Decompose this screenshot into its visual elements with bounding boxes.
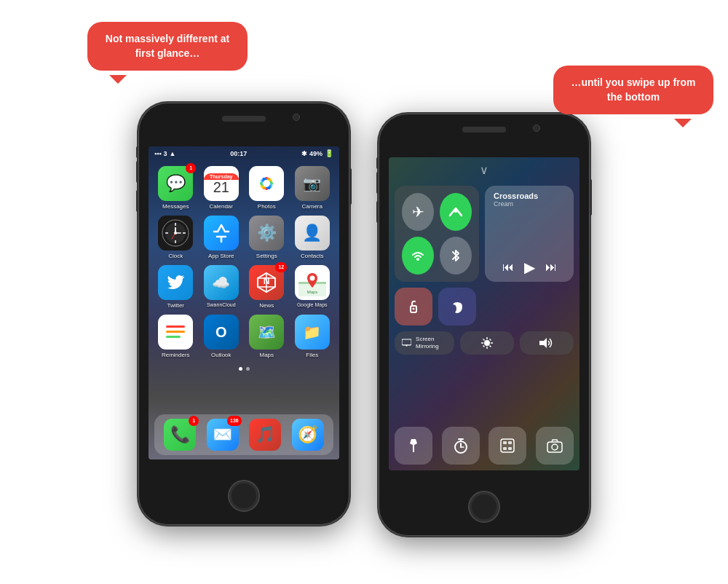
dock-phone[interactable]: 📞 1 xyxy=(164,419,196,451)
svg-line-45 xyxy=(483,339,485,341)
vol-up-button[interactable] xyxy=(136,161,138,183)
svg-rect-55 xyxy=(503,441,507,444)
svg-point-13 xyxy=(263,180,270,187)
music-widget[interactable]: Crossroads Cream ⏮ ▶ ⏭ xyxy=(485,186,574,282)
app-twitter[interactable]: Twitter xyxy=(156,265,196,309)
phone2-mute xyxy=(376,157,379,169)
wifi-button[interactable] xyxy=(402,237,434,275)
outlook-label: Outlook xyxy=(211,352,232,358)
rotation-lock-button[interactable] xyxy=(395,288,432,325)
cc-row-1: ✈ xyxy=(395,186,574,282)
phone-2: ∨ ✈ xyxy=(379,114,590,536)
dock: 📞 1 ✉️ 136 🎵 xyxy=(154,414,333,455)
svg-rect-33 xyxy=(166,331,185,333)
scene: ▪▪▪ 3 ▲ 00:17 ✱ 49% 🔋 xyxy=(0,0,728,584)
svg-rect-58 xyxy=(508,447,512,450)
calculator-button[interactable] xyxy=(488,427,526,465)
messages-label: Messages xyxy=(162,203,189,210)
wifi-icon: ▲ xyxy=(170,150,176,157)
mute-switch xyxy=(136,146,138,158)
svg-rect-57 xyxy=(503,447,507,450)
svg-text:N: N xyxy=(264,276,270,286)
brightness-slider[interactable] xyxy=(460,331,514,355)
app-swanncloud[interactable]: ☁️ SwannCloud xyxy=(202,265,242,309)
vol-down-button[interactable] xyxy=(136,190,138,212)
svg-line-48 xyxy=(483,346,485,347)
news-badge: 12 xyxy=(275,262,287,272)
svg-point-40 xyxy=(484,340,490,346)
connectivity-block: ✈ xyxy=(395,186,479,282)
bubble1-text: Not massively different at first glance… xyxy=(106,33,229,59)
forward-button[interactable]: ⏭ xyxy=(545,261,557,274)
play-button[interactable]: ▶ xyxy=(524,259,535,276)
app-googlemaps[interactable]: Maps Google Maps xyxy=(293,265,333,309)
files-label: Files xyxy=(306,352,318,358)
app-photos[interactable]: Photos xyxy=(247,166,287,210)
svg-rect-32 xyxy=(166,325,185,328)
phone-badge: 1 xyxy=(189,416,199,426)
bubble2-text: …until you swipe up from the bottom xyxy=(571,76,695,103)
airplane-mode-button[interactable]: ✈ xyxy=(402,193,434,231)
app-settings[interactable]: ⚙️ Settings xyxy=(247,216,287,259)
timer-button[interactable] xyxy=(442,427,480,465)
svg-rect-39 xyxy=(402,339,411,345)
page-dots xyxy=(149,364,339,374)
rewind-button[interactable]: ⏮ xyxy=(502,261,514,274)
do-not-disturb-button[interactable] xyxy=(438,288,476,325)
carrier-label: 3 xyxy=(164,150,167,157)
cc-row-2 xyxy=(395,288,574,325)
camera-button[interactable] xyxy=(536,427,574,465)
dock-mail[interactable]: ✉️ 136 xyxy=(207,419,239,451)
phone-camera xyxy=(293,114,300,121)
svg-line-46 xyxy=(490,346,491,347)
news-label: News xyxy=(259,302,274,309)
app-messages[interactable]: 💬 1 Messages xyxy=(156,166,196,210)
app-appstore[interactable]: App Store xyxy=(202,216,242,259)
googlemaps-label: Google Maps xyxy=(297,302,328,307)
app-camera[interactable]: 📷 Camera xyxy=(293,166,333,210)
svg-point-36 xyxy=(416,258,419,261)
camera-label: Camera xyxy=(302,203,323,210)
phone2-camera xyxy=(533,125,540,132)
clock-label: Clock xyxy=(168,253,183,259)
contacts-label: Contacts xyxy=(301,253,324,259)
svg-rect-56 xyxy=(508,441,512,444)
phone-1: ▪▪▪ 3 ▲ 00:17 ✱ 49% 🔋 xyxy=(138,103,349,525)
bt-icon: ✱ xyxy=(301,150,307,157)
app-calendar[interactable]: Thursday 21 Calendar xyxy=(202,166,242,210)
status-bar: ▪▪▪ 3 ▲ 00:17 ✱ 49% 🔋 xyxy=(149,146,339,160)
app-clock[interactable]: Clock xyxy=(156,216,196,259)
calendar-label: Calendar xyxy=(210,203,233,210)
power-button[interactable] xyxy=(349,168,352,205)
home-button-2[interactable] xyxy=(468,491,500,523)
twitter-label: Twitter xyxy=(167,302,184,309)
app-files[interactable]: 📁 Files xyxy=(293,315,333,358)
swanncloud-label: SwannCloud xyxy=(207,302,236,307)
reminders-label: Reminders xyxy=(162,352,190,358)
dock-safari[interactable]: 🧭 xyxy=(292,419,324,451)
home-button-1[interactable] xyxy=(228,480,260,512)
homescreen: ▪▪▪ 3 ▲ 00:17 ✱ 49% 🔋 xyxy=(149,146,339,459)
cc-controls-grid: ✈ xyxy=(389,180,579,427)
phone2-power[interactable] xyxy=(590,179,592,216)
app-contacts[interactable]: 👤 Contacts xyxy=(293,216,333,259)
screen-mirror-button[interactable]: Screen Mirroring xyxy=(395,331,454,355)
bluetooth-button[interactable] xyxy=(440,237,472,275)
time-display: 00:17 xyxy=(230,150,247,157)
phone2-vol-up[interactable] xyxy=(376,172,379,194)
phone2-vol-down[interactable] xyxy=(376,201,379,223)
app-news[interactable]: 12 N News xyxy=(247,265,287,309)
svg-point-24 xyxy=(174,232,177,234)
app-outlook[interactable]: O Outlook xyxy=(202,315,242,358)
photos-label: Photos xyxy=(258,203,276,210)
maps-label: Maps xyxy=(259,352,274,358)
volume-slider[interactable] xyxy=(520,331,574,355)
dock-music[interactable]: 🎵 xyxy=(249,419,281,451)
app-maps[interactable]: 🗺️ Maps xyxy=(247,315,287,358)
svg-point-38 xyxy=(413,308,415,310)
cellular-button[interactable] xyxy=(440,193,472,231)
battery-icon: 🔋 xyxy=(325,149,333,157)
cc-bottom-buttons xyxy=(389,427,579,470)
flashlight-button[interactable] xyxy=(395,427,432,465)
app-reminders[interactable]: Reminders xyxy=(156,315,196,358)
